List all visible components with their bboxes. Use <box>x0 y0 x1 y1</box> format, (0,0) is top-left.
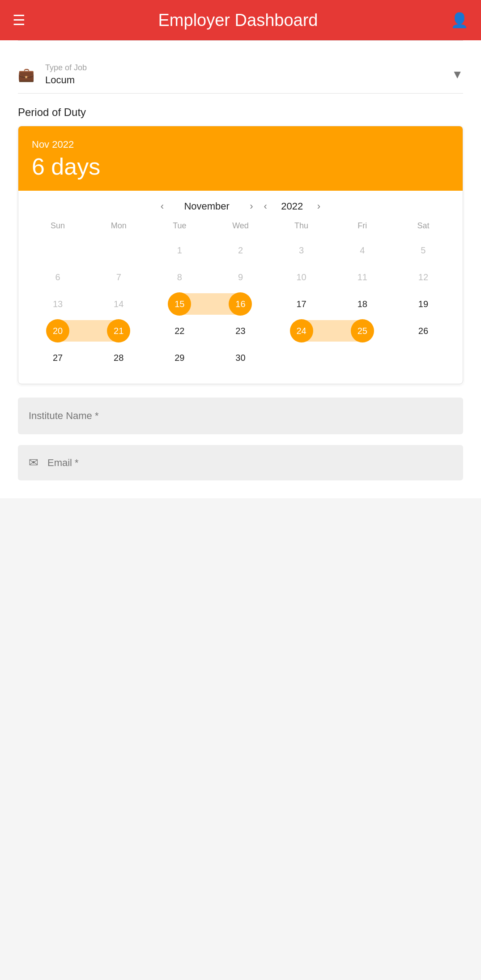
email-input[interactable] <box>47 457 452 469</box>
period-of-duty-title: Period of Duty <box>18 106 463 119</box>
weekday-fri: Fri <box>332 218 393 234</box>
day-29[interactable]: 29 <box>149 345 210 370</box>
day-9[interactable]: 9 <box>210 265 271 290</box>
user-icon[interactable]: 👤 <box>451 12 468 29</box>
weekday-tue: Tue <box>149 218 210 234</box>
day-2[interactable]: 2 <box>210 238 271 263</box>
day-23[interactable]: 23 <box>210 318 271 343</box>
day-5[interactable]: 5 <box>393 238 454 263</box>
weekday-sun: Sun <box>27 218 88 234</box>
calendar-days-grid: 1 2 3 4 5 6 7 8 9 10 11 12 13 14 15 <box>27 238 454 370</box>
job-type-value: Locum <box>45 74 451 86</box>
content: 💼 Type of Job Locum ▼ Period of Duty Nov… <box>0 40 481 498</box>
next-year-button[interactable]: › <box>314 200 324 213</box>
job-type-field[interactable]: 💼 Type of Job Locum ▼ <box>18 54 463 94</box>
prev-month-button[interactable]: ‹ <box>157 200 167 213</box>
calendar-container: Nov 2022 6 days ‹ November › ‹ 2022 › Su… <box>18 126 463 384</box>
next-month-button[interactable]: › <box>246 200 256 213</box>
day-14[interactable]: 14 <box>88 291 149 317</box>
day-24[interactable]: 24 <box>271 318 332 343</box>
day-19[interactable]: 19 <box>393 291 454 317</box>
calendar-year-label: 2022 <box>274 201 310 212</box>
day-11[interactable]: 11 <box>332 265 393 290</box>
day-17[interactable]: 17 <box>271 291 332 317</box>
day-empty-2 <box>88 238 149 263</box>
institute-name-input[interactable] <box>18 398 463 434</box>
prev-year-button[interactable]: ‹ <box>260 200 271 213</box>
day-8[interactable]: 8 <box>149 265 210 290</box>
day-18[interactable]: 18 <box>332 291 393 317</box>
page-title: Employer Dashboard <box>158 11 318 30</box>
email-icon: ✉ <box>29 456 38 470</box>
day-15[interactable]: 15 <box>149 291 210 317</box>
day-16[interactable]: 16 <box>210 291 271 317</box>
day-13[interactable]: 13 <box>27 291 88 317</box>
weekdays-row: Sun Mon Tue Wed Thu Fri Sat <box>27 218 454 234</box>
day-27[interactable]: 27 <box>27 345 88 370</box>
day-10[interactable]: 10 <box>271 265 332 290</box>
menu-icon[interactable]: ☰ <box>13 12 26 29</box>
day-empty-3 <box>271 345 332 370</box>
day-empty-1 <box>27 238 88 263</box>
day-28[interactable]: 28 <box>88 345 149 370</box>
job-type-label: Type of Job <box>45 63 451 73</box>
top-divider <box>18 40 463 41</box>
day-empty-5 <box>393 345 454 370</box>
weekday-sat: Sat <box>393 218 454 234</box>
day-7[interactable]: 7 <box>88 265 149 290</box>
weekday-mon: Mon <box>88 218 149 234</box>
job-type-content: Type of Job Locum <box>45 63 451 86</box>
briefcase-icon: 💼 <box>18 67 34 82</box>
day-22[interactable]: 22 <box>149 318 210 343</box>
day-20[interactable]: 20 <box>27 318 88 343</box>
calendar-month-label: November <box>171 201 243 212</box>
day-6[interactable]: 6 <box>27 265 88 290</box>
calendar-grid: Sun Mon Tue Wed Thu Fri Sat 1 2 3 4 5 6 <box>18 218 463 384</box>
weekday-thu: Thu <box>271 218 332 234</box>
day-21[interactable]: 21 <box>88 318 149 343</box>
calendar-banner: Nov 2022 6 days <box>18 126 463 191</box>
day-empty-4 <box>332 345 393 370</box>
day-25[interactable]: 25 <box>332 318 393 343</box>
day-4[interactable]: 4 <box>332 238 393 263</box>
header: ☰ Employer Dashboard 👤 <box>0 0 481 40</box>
calendar-nav: ‹ November › ‹ 2022 › <box>18 191 463 218</box>
day-30[interactable]: 30 <box>210 345 271 370</box>
calendar-banner-month: Nov 2022 <box>32 139 449 150</box>
email-field-row[interactable]: ✉ <box>18 445 463 480</box>
calendar-banner-days: 6 days <box>32 155 449 178</box>
dropdown-icon[interactable]: ▼ <box>451 68 463 81</box>
day-3[interactable]: 3 <box>271 238 332 263</box>
day-1[interactable]: 1 <box>149 238 210 263</box>
weekday-wed: Wed <box>210 218 271 234</box>
day-12[interactable]: 12 <box>393 265 454 290</box>
day-26[interactable]: 26 <box>393 318 454 343</box>
